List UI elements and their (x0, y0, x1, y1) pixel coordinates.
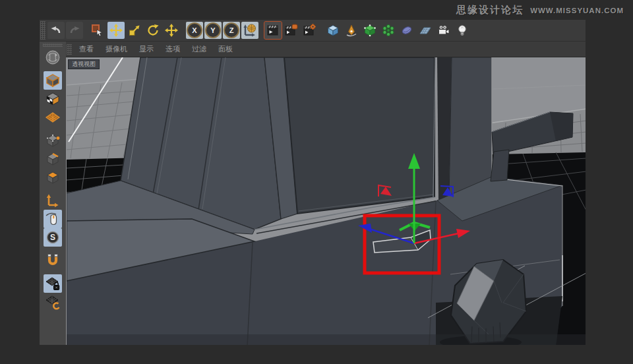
car-b-pillar (433, 57, 492, 200)
coordinate-system-icon (243, 23, 257, 38)
render-picture-viewer-button[interactable] (283, 22, 300, 39)
watermark-site-name: 思缘设计论坛 (456, 4, 524, 16)
snap-letter: S (50, 233, 55, 242)
render-view-button[interactable] (264, 22, 282, 39)
add-primitive-button[interactable] (324, 22, 342, 39)
toolbar-separator (181, 22, 185, 39)
add-generator-button[interactable] (361, 22, 378, 39)
toolbar-separator (319, 22, 324, 39)
move-icon (109, 24, 123, 37)
points-mode-icon (45, 133, 61, 148)
axis-y-letter: Y (210, 26, 215, 34)
light-icon (456, 24, 469, 37)
camera-icon (437, 24, 450, 37)
render-picture-viewer-icon (285, 24, 298, 37)
primitive-cube-icon (326, 24, 340, 37)
deformer-icon (382, 24, 395, 37)
undo-button[interactable] (47, 22, 65, 39)
main-area: S (40, 42, 586, 345)
left-toolbar: S (40, 42, 66, 345)
magnet-button[interactable] (44, 251, 62, 270)
axis-y-lock-button[interactable]: Y (204, 22, 222, 39)
axis-y-lock: Y (205, 22, 221, 38)
add-environment-button[interactable] (398, 22, 415, 39)
live-selection-icon (91, 24, 104, 37)
edges-mode-icon (45, 151, 61, 167)
make-editable-icon (44, 49, 61, 66)
viewport-canvas[interactable] (67, 57, 586, 345)
lock-workplane-icon (45, 276, 61, 291)
menubar-grip[interactable] (67, 44, 72, 55)
menu-filter[interactable]: 过滤 (186, 44, 212, 54)
viewport-menubar: 查看 摄像机 显示 选项 过滤 面板 (66, 42, 586, 57)
polygons-mode-icon (45, 169, 61, 185)
workplane-icon (45, 109, 61, 125)
add-camera-button[interactable] (435, 22, 452, 39)
menu-display[interactable]: 显示 (133, 44, 160, 54)
rotate-icon (146, 24, 160, 37)
undo-icon (49, 24, 63, 37)
add-deformer-button[interactable] (380, 22, 397, 39)
render-settings-icon (303, 24, 316, 37)
sidebar-grip[interactable] (43, 44, 63, 47)
magnet-icon (45, 253, 61, 268)
render-view-icon (266, 24, 280, 37)
points-mode-button[interactable] (44, 131, 62, 150)
viewport-panel: 查看 摄像机 显示 选项 过滤 面板 (66, 42, 586, 345)
top-toolbar: X Y Z (40, 20, 586, 42)
axis-x-lock: X (187, 22, 202, 38)
viewport-projection-label: 透视视图 (68, 59, 100, 69)
tweak-mode-icon (45, 211, 61, 227)
perspective-viewport[interactable]: 透视视图 (66, 57, 586, 345)
menu-options[interactable]: 选项 (160, 44, 186, 54)
scale-tool-button[interactable] (126, 22, 143, 39)
last-tool-button[interactable] (163, 22, 180, 39)
add-spline-button[interactable] (343, 22, 360, 39)
environment-icon (400, 24, 413, 37)
polygons-mode-button[interactable] (44, 168, 62, 187)
spline-pen-icon (345, 24, 358, 37)
watermark: 思缘设计论坛 WWW.MISSYUAN.COM (456, 4, 624, 16)
enable-axis-button[interactable] (44, 191, 62, 210)
snap-toggle-button[interactable]: S (44, 228, 62, 247)
workplane-rotate-button[interactable] (44, 293, 62, 311)
menu-panel[interactable]: 面板 (212, 44, 239, 54)
coordinate-system-button[interactable] (241, 22, 258, 39)
add-light-button[interactable] (454, 22, 471, 39)
axis-z-letter: Z (229, 26, 234, 34)
live-selection-button[interactable] (89, 22, 106, 39)
menu-view[interactable]: 查看 (73, 44, 100, 54)
enable-axis-icon (45, 193, 61, 208)
watermark-site-url: WWW.MISSYUAN.COM (530, 7, 624, 15)
car-side-window (284, 57, 435, 214)
menu-camera[interactable]: 摄像机 (100, 44, 133, 54)
add-floor-button[interactable] (417, 22, 434, 39)
axis-z-lock: Z (224, 22, 239, 38)
redo-button[interactable] (66, 22, 83, 39)
edges-mode-button[interactable] (44, 150, 62, 168)
viewport-bottom-strip (67, 334, 586, 345)
model-mode-button[interactable] (44, 71, 62, 90)
texture-mode-button[interactable] (44, 90, 62, 108)
snap-toggle-icon: S (45, 229, 61, 245)
last-tool-icon (165, 24, 178, 37)
model-mode-icon (45, 73, 61, 88)
lock-workplane-button[interactable] (44, 274, 62, 293)
toolbar-separator (84, 22, 88, 39)
scale-icon (128, 24, 141, 37)
axis-x-letter: X (192, 26, 196, 34)
redo-icon (68, 24, 81, 37)
floor-icon (419, 24, 432, 37)
move-tool-button[interactable] (107, 22, 125, 39)
texture-mode-icon (45, 91, 61, 107)
make-editable-button[interactable] (44, 48, 62, 67)
rotate-tool-button[interactable] (144, 22, 162, 39)
render-settings-button[interactable] (301, 22, 318, 39)
workplane-button[interactable] (44, 108, 62, 127)
toolbar-grip[interactable] (40, 21, 45, 40)
subdivision-cube-icon (363, 24, 377, 37)
axis-x-lock-button[interactable]: X (186, 22, 203, 39)
axis-z-lock-button[interactable]: Z (223, 22, 240, 39)
tweak-mode-button[interactable] (44, 210, 62, 228)
toolbar-separator (259, 22, 264, 39)
